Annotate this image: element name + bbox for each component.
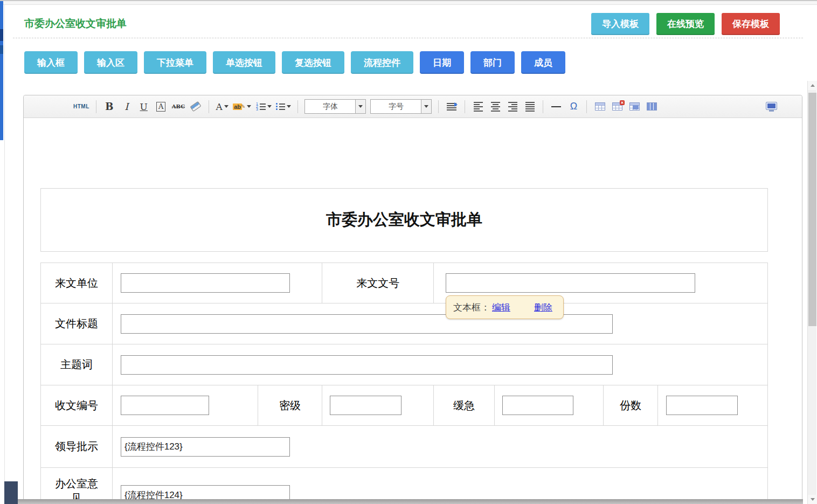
strikethrough-button[interactable]: ABC — [172, 99, 185, 114]
ordered-list-button[interactable]: 1 2 3 — [255, 99, 272, 114]
screen: 市委办公室收文审批单 导入模板 在线预览 保存模板 输入框 输入区 下拉菜单 单… — [0, 0, 817, 504]
label-cell: 来文单位 — [41, 263, 113, 303]
dropdown-menu-button[interactable]: 下拉菜单 — [144, 51, 206, 74]
editor-toolbar: HTML B I U A ABC A ab ✎ 1 2 3 — [24, 95, 802, 118]
font-color-button[interactable]: A — [216, 99, 229, 114]
monitor-icon — [766, 102, 777, 110]
leader-instruction-input[interactable] — [121, 437, 290, 457]
date-button[interactable]: 日期 — [420, 51, 464, 74]
secrecy-level-input[interactable] — [330, 396, 401, 415]
chevron-down-icon — [358, 105, 363, 108]
chevron-down-icon — [424, 105, 428, 108]
select-arrow-button[interactable] — [355, 100, 365, 113]
label-cell: 缓急 — [434, 385, 495, 425]
toolbar-separator — [297, 100, 298, 113]
font-size-select[interactable]: 字号 — [370, 99, 432, 114]
ordered-list-icon: 1 2 3 — [255, 103, 266, 110]
table-row: 文件标题 — [41, 303, 767, 344]
merge-cell-icon — [629, 102, 640, 111]
edit-link[interactable]: 编辑 — [492, 301, 510, 314]
align-right-button[interactable] — [506, 99, 519, 114]
chevron-down-icon — [224, 105, 229, 108]
window-top-border — [0, 0, 817, 5]
subject-word-input[interactable] — [121, 355, 613, 375]
import-template-button[interactable]: 导入模板 — [591, 13, 649, 35]
input-box-button[interactable]: 输入框 — [24, 51, 78, 74]
scrollbar-thumb[interactable] — [808, 93, 816, 326]
delete-link[interactable]: 删除 — [534, 301, 552, 314]
vertical-scrollbar[interactable] — [807, 81, 816, 504]
scroll-up-button[interactable] — [808, 81, 817, 90]
align-left-icon — [474, 102, 483, 112]
save-template-button[interactable]: 保存模板 — [722, 13, 780, 35]
checkbox-button[interactable]: 复选按钮 — [282, 51, 344, 74]
italic-button[interactable]: I — [120, 99, 133, 114]
radio-button-button[interactable]: 单选按钮 — [213, 51, 275, 74]
highlight-color-button[interactable]: ab ✎ — [233, 99, 251, 114]
online-preview-button[interactable]: 在线预览 — [656, 13, 715, 35]
input-cell — [495, 385, 604, 425]
pencil-icon: ✎ — [241, 103, 245, 109]
align-left-button[interactable] — [472, 99, 484, 114]
delete-table-button[interactable]: ✕ — [611, 99, 624, 114]
copies-input[interactable] — [666, 396, 738, 415]
input-cell — [113, 468, 767, 504]
align-justify-icon — [525, 102, 535, 112]
merge-cell-button[interactable] — [628, 99, 641, 114]
label-cell: 领导批示 — [41, 426, 113, 467]
chevron-down-icon — [247, 105, 251, 108]
html-source-button[interactable]: HTML — [73, 99, 89, 114]
input-cell — [113, 426, 767, 467]
table-properties-icon — [647, 102, 657, 111]
horizontal-rule-icon — [551, 106, 561, 107]
table-properties-button[interactable] — [645, 99, 658, 114]
input-cell — [113, 385, 258, 425]
department-button[interactable]: 部门 — [470, 51, 515, 74]
input-cell — [113, 344, 767, 385]
select-arrow-button[interactable] — [421, 100, 431, 113]
bottom-bar — [18, 499, 803, 504]
underline-button[interactable]: U — [137, 99, 150, 114]
boxed-a-button[interactable]: A — [155, 99, 168, 114]
incoming-doc-number-input[interactable] — [446, 273, 695, 293]
incoming-unit-input[interactable] — [121, 273, 290, 293]
label-cell: 收文编号 — [41, 385, 113, 425]
align-center-button[interactable] — [489, 99, 502, 114]
unordered-list-button[interactable] — [276, 99, 291, 114]
eraser-icon — [190, 101, 202, 112]
fullscreen-button[interactable] — [766, 102, 777, 112]
font-family-select[interactable]: 字体 — [304, 99, 366, 114]
panel-left-border — [4, 5, 5, 499]
flow-control-button[interactable]: 流程控件 — [351, 51, 413, 74]
form-table: 来文单位 来文文号 文件标题 — [40, 263, 768, 504]
textarea-button[interactable]: 输入区 — [84, 51, 137, 74]
arrow-down-icon — [811, 498, 815, 501]
table-icon — [595, 102, 605, 111]
input-cell — [322, 385, 434, 425]
monitor-stand — [769, 110, 774, 112]
label-cell: 密级 — [258, 385, 323, 425]
editor-canvas[interactable]: 市委办公室收文审批单 来文单位 来文文号 文件标题 — [24, 118, 802, 504]
horizontal-rule-button[interactable] — [550, 99, 563, 114]
align-justify-button[interactable] — [523, 99, 536, 114]
document-title-box: 市委办公室收文审批单 — [40, 188, 768, 252]
remove-format-button[interactable] — [189, 99, 202, 114]
special-character-button[interactable]: Ω — [567, 99, 580, 114]
toolbar-separator — [586, 100, 587, 113]
insert-table-button[interactable] — [593, 99, 606, 114]
member-button[interactable]: 成员 — [521, 51, 565, 74]
toolbar-separator — [438, 100, 439, 113]
indent-icon — [447, 103, 456, 111]
toolbar-separator — [209, 100, 209, 113]
align-center-icon — [491, 102, 500, 112]
toolbar-separator — [465, 100, 465, 113]
scroll-down-button[interactable] — [808, 495, 817, 504]
header-actions: 导入模板 在线预览 保存模板 — [591, 13, 780, 35]
indent-button[interactable] — [445, 99, 458, 114]
page-title: 市委办公室收文审批单 — [24, 17, 127, 31]
bottom-left-block — [4, 481, 18, 504]
urgency-input[interactable] — [502, 396, 573, 415]
input-cell — [113, 303, 767, 344]
receipt-number-input[interactable] — [121, 396, 209, 415]
bold-button[interactable]: B — [103, 99, 116, 114]
